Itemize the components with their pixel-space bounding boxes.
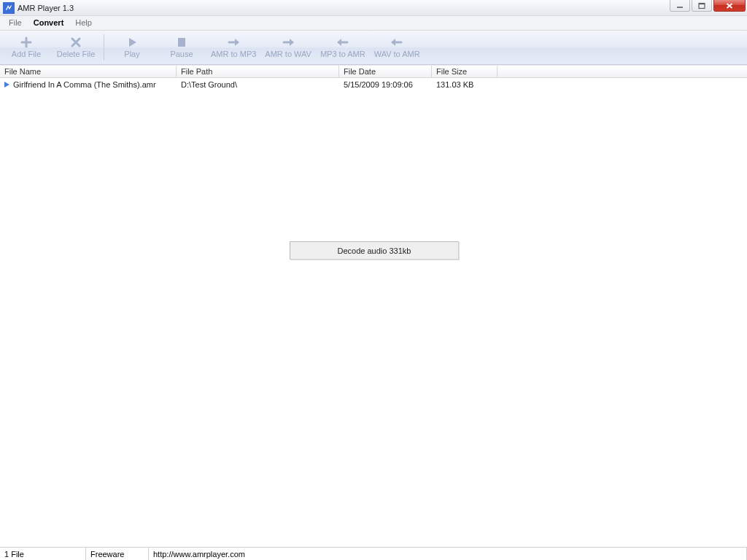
- mp3-to-amr-button[interactable]: MP3 to AMR: [316, 31, 370, 63]
- cell-file-path: D:\Test Ground\: [177, 80, 339, 89]
- arrow-left-icon: [390, 36, 403, 49]
- wav-to-amr-button[interactable]: WAV to AMR: [370, 31, 425, 63]
- play-button[interactable]: Play: [107, 31, 157, 63]
- maximize-button[interactable]: [692, 0, 712, 12]
- pause-button[interactable]: Pause: [157, 31, 206, 63]
- status-bar: 1 File Freeware http://www.amrplayer.com: [0, 547, 747, 560]
- minimize-icon: [676, 2, 684, 9]
- play-label: Play: [124, 50, 139, 58]
- toolbar-separator: [104, 34, 104, 61]
- cell-file-date: 5/15/2009 19:09:06: [339, 80, 432, 89]
- svg-marker-9: [290, 39, 294, 46]
- x-icon: [69, 36, 82, 49]
- svg-rect-7: [178, 38, 185, 47]
- cell-file-name: Girlfriend In A Comma (The Smiths).amr: [13, 80, 156, 89]
- column-header-path[interactable]: File Path: [177, 66, 339, 77]
- table-header: File Name File Path File Date File Size: [0, 65, 747, 78]
- maximize-icon: [697, 2, 706, 9]
- column-header-filler: [498, 66, 747, 77]
- window-controls: [670, 0, 746, 12]
- svg-marker-11: [391, 39, 395, 46]
- menu-bar: File Convert Help: [0, 16, 747, 31]
- svg-marker-8: [235, 39, 239, 46]
- amr-to-wav-button[interactable]: AMR to WAV: [260, 31, 316, 63]
- column-header-name[interactable]: File Name: [0, 66, 177, 77]
- amr-to-mp3-button[interactable]: AMR to MP3: [206, 31, 260, 63]
- svg-marker-12: [4, 82, 9, 88]
- title-bar: AMR Player 1.3: [0, 0, 747, 16]
- status-license: Freeware: [86, 548, 149, 560]
- pause-icon: [175, 36, 188, 49]
- file-list[interactable]: Girlfriend In A Comma (The Smiths).amr D…: [0, 78, 747, 547]
- table-row[interactable]: Girlfriend In A Comma (The Smiths).amr D…: [0, 78, 747, 90]
- decode-status-popup: Decode audio 331kb: [290, 241, 459, 260]
- menu-file[interactable]: File: [3, 16, 28, 30]
- plus-icon: [20, 36, 33, 49]
- arrow-right-icon: [282, 36, 295, 49]
- arrow-left-icon: [336, 36, 349, 49]
- minimize-button[interactable]: [670, 0, 690, 12]
- menu-convert[interactable]: Convert: [28, 16, 70, 30]
- add-file-label: Add File: [12, 50, 41, 58]
- play-icon: [125, 36, 139, 49]
- close-icon: [725, 2, 734, 9]
- cell-file-size: 131.03 KB: [432, 80, 498, 89]
- column-header-date[interactable]: File Date: [339, 66, 432, 77]
- app-icon: [3, 2, 15, 14]
- column-header-size[interactable]: File Size: [432, 66, 498, 77]
- window-title: AMR Player 1.3: [18, 4, 74, 12]
- pause-label: Pause: [170, 50, 193, 58]
- amr-to-wav-label: AMR to WAV: [265, 50, 311, 58]
- toolbar: Add File Delete File Play Pause AMR to M…: [0, 31, 747, 65]
- play-indicator-icon: [3, 81, 10, 88]
- menu-help[interactable]: Help: [69, 16, 98, 30]
- delete-file-label: Delete File: [57, 50, 96, 58]
- svg-marker-6: [129, 38, 136, 47]
- add-file-button[interactable]: Add File: [1, 31, 51, 63]
- wav-to-amr-label: WAV to AMR: [374, 50, 420, 58]
- delete-file-button[interactable]: Delete File: [51, 31, 101, 63]
- decode-status-text: Decode audio 331kb: [338, 246, 411, 255]
- status-file-count: 1 File: [0, 548, 86, 560]
- amr-to-mp3-label: AMR to MP3: [211, 50, 256, 58]
- mp3-to-amr-label: MP3 to AMR: [320, 50, 365, 58]
- status-url[interactable]: http://www.amrplayer.com: [149, 548, 747, 560]
- svg-marker-10: [337, 39, 341, 46]
- arrow-right-icon: [227, 36, 240, 49]
- close-button[interactable]: [713, 0, 746, 12]
